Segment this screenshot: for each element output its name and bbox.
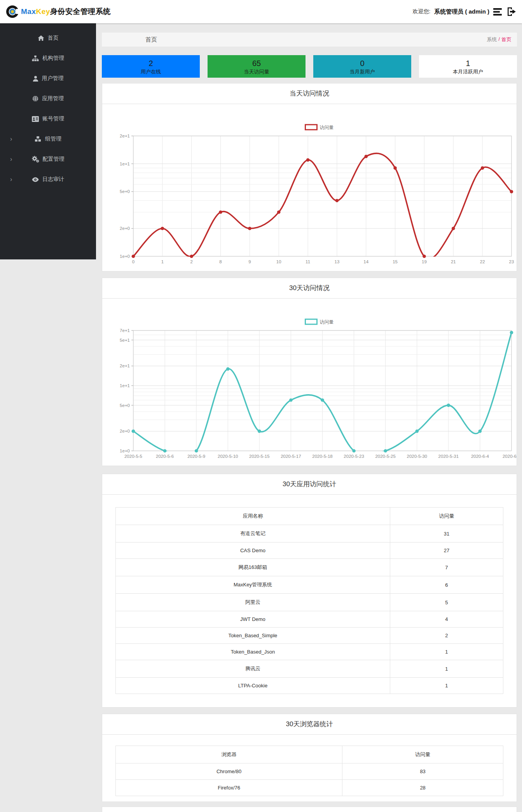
- chevron-right-icon: ›: [10, 176, 12, 183]
- svg-text:5e+1: 5e+1: [120, 338, 130, 343]
- stat-cards-row: 2用户在线65当天访问量0当月新用户1本月活跃用户: [102, 55, 517, 78]
- svg-text:2020-5-31: 2020-5-31: [438, 454, 459, 459]
- column-header: 访问量: [390, 508, 503, 525]
- page-title: 首页: [102, 36, 157, 43]
- svg-text:1e+1: 1e+1: [120, 383, 130, 388]
- svg-text:13: 13: [335, 259, 340, 264]
- svg-text:2020-5-9: 2020-5-9: [187, 454, 205, 459]
- brand-key: Key: [36, 7, 50, 16]
- sidebar-item-org[interactable]: 机构管理: [0, 48, 96, 68]
- stat-card-0: 2用户在线: [102, 55, 200, 78]
- svg-text:15: 15: [393, 259, 398, 264]
- svg-text:14: 14: [363, 259, 368, 264]
- sidebar-menu: 首页机构管理用户管理应用管理账号管理›组管理›配置管理›日志审计: [0, 23, 96, 259]
- menu-list-icon[interactable]: [493, 8, 502, 16]
- browser-stats-table: 浏览器访问量Chrome/8083Firefox/7628: [115, 746, 503, 796]
- svg-text:2020-5-25: 2020-5-25: [375, 454, 395, 459]
- monthly-visits-chart: 1e+02e+05e+01e+12e+15e+17e+12020-5-52020…: [102, 299, 517, 466]
- table-row: 网易163邮箱7: [116, 559, 503, 576]
- breadcrumb-root[interactable]: 系统: [487, 36, 497, 43]
- sidebar-item-apps[interactable]: 应用管理: [0, 89, 96, 109]
- table-row: Chrome/8083: [116, 763, 503, 780]
- chevron-right-icon: ›: [10, 156, 12, 163]
- panel-app-visit-stats: 30天应用访问统计 应用名称访问量有道云笔记31CAS Demo27网易163邮…: [102, 474, 517, 708]
- table-row: LTPA-Cookie1: [116, 678, 503, 694]
- sidebar-item-label: 机构管理: [42, 55, 64, 62]
- legend-label: 访问量: [320, 125, 334, 130]
- sidebar-item-accounts[interactable]: 账号管理: [0, 109, 96, 129]
- svg-text:2e+1: 2e+1: [120, 363, 130, 368]
- stat-card-value: 0: [360, 58, 364, 68]
- svg-text:22: 22: [480, 259, 485, 264]
- sidebar-item-config[interactable]: ›配置管理: [0, 149, 96, 169]
- sidebar-item-label: 组管理: [45, 136, 61, 143]
- stat-card-label: 当月新用户: [350, 68, 375, 75]
- table-row: Token_Based_Simple2: [116, 628, 503, 644]
- stat-card-value: 65: [252, 58, 261, 68]
- maxkey-logo-icon: [5, 4, 20, 19]
- svg-text:2020-5-18: 2020-5-18: [312, 454, 332, 459]
- sidebar-item-label: 配置管理: [43, 156, 65, 163]
- svg-text:19: 19: [422, 259, 427, 264]
- welcome-label: 欢迎您:: [412, 8, 430, 15]
- gears-icon: [32, 156, 39, 163]
- table-row: MaxKey管理系统6: [116, 576, 503, 594]
- stat-card-label: 本月活跃用户: [453, 68, 483, 75]
- chevron-right-icon: ›: [10, 136, 12, 143]
- breadcrumb-separator: /: [498, 36, 500, 43]
- panel-title-30day-visits: 30天访问情况: [102, 278, 517, 299]
- table-row: CAS Demo27: [116, 542, 503, 559]
- stat-card-value: 2: [148, 58, 153, 68]
- table-row: JWT Demo4: [116, 611, 503, 628]
- column-header: 访问量: [342, 746, 503, 763]
- brand-max: Max: [21, 7, 36, 16]
- column-header: 应用名称: [116, 508, 390, 525]
- svg-text:2020-6-4: 2020-6-4: [471, 454, 489, 459]
- sidebar-item-groups[interactable]: ›组管理: [0, 129, 96, 149]
- stat-card-3: 1本月活跃用户: [419, 55, 517, 78]
- app-visits-table: 应用名称访问量有道云笔记31CAS Demo27网易163邮箱7MaxKey管理…: [115, 507, 503, 694]
- svg-text:1e+0: 1e+0: [120, 254, 130, 259]
- svg-text:2e+0: 2e+0: [120, 226, 130, 231]
- stat-card-label: 用户在线: [141, 68, 161, 75]
- panel-title-app-visit-stats: 30天应用访问统计: [102, 474, 517, 495]
- id-card-icon: [32, 116, 39, 122]
- svg-text:7e+1: 7e+1: [120, 328, 130, 333]
- logout-icon[interactable]: [506, 7, 517, 16]
- breadcrumb-current[interactable]: 首页: [501, 36, 512, 43]
- svg-text:9: 9: [248, 259, 251, 264]
- panel-title-daily-visits: 当天访问情况: [102, 83, 517, 104]
- panel-title-browser-stats: 30天浏览器统计: [102, 714, 517, 735]
- svg-text:2020-5-23: 2020-5-23: [344, 454, 364, 459]
- svg-text:2020-5-17: 2020-5-17: [281, 454, 301, 459]
- brand: MaxKey身份安全管理系统: [5, 4, 111, 19]
- svg-text:5e+0: 5e+0: [120, 189, 130, 194]
- globe-icon: [32, 96, 38, 102]
- home-icon: [38, 35, 44, 41]
- sidebar-item-label: 日志审计: [42, 176, 64, 183]
- table-header-row: 应用名称访问量: [116, 508, 503, 525]
- sidebar-item-label: 应用管理: [42, 95, 64, 102]
- svg-text:2020-5-10: 2020-5-10: [218, 454, 238, 459]
- legend-label: 访问量: [320, 319, 334, 325]
- brand-suffix: 身份安全管理系统: [50, 7, 111, 17]
- svg-text:11: 11: [306, 259, 310, 264]
- svg-text:1e+0: 1e+0: [120, 449, 130, 453]
- svg-text:0: 0: [132, 259, 134, 264]
- sidebar-item-users[interactable]: 用户管理: [0, 68, 96, 89]
- main-content: 首页 系统 / 首页 2用户在线65当天访问量0当月新用户1本月活跃用户 当天访…: [96, 23, 522, 812]
- svg-text:2020-5-5: 2020-5-5: [124, 454, 142, 459]
- svg-text:2020-5-15: 2020-5-15: [249, 454, 269, 459]
- sidebar-item-label: 首页: [48, 35, 59, 42]
- breadcrumb: 首页 系统 / 首页: [102, 33, 517, 47]
- svg-text:2020-5-30: 2020-5-30: [407, 454, 427, 459]
- table-row: 有道云笔记31: [116, 525, 503, 542]
- sidebar-item-audit[interactable]: ›日志审计: [0, 169, 96, 190]
- table-header-row: 浏览器访问量: [116, 746, 503, 763]
- stat-card-1: 65当天访问量: [208, 55, 306, 78]
- cubes-icon: [35, 136, 42, 142]
- column-header: 浏览器: [116, 746, 342, 763]
- svg-text:8: 8: [219, 259, 222, 264]
- sidebar-item-home[interactable]: 首页: [0, 28, 96, 48]
- current-user: 系统管理员 ( admin ): [434, 8, 489, 16]
